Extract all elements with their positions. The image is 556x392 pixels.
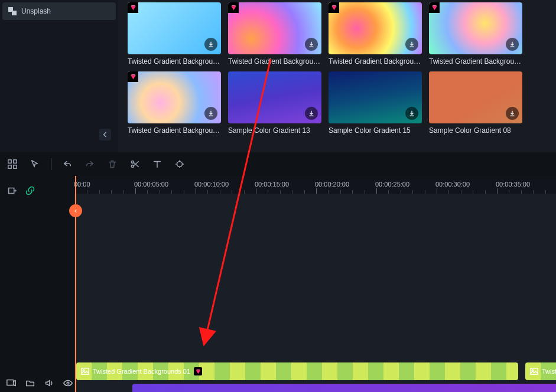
timeline-clip[interactable]: Twisted Gradient Backgrounds 01 xyxy=(76,362,518,380)
svg-point-13 xyxy=(67,382,69,384)
media-label: Twisted Gradient Backgroun... xyxy=(128,57,221,66)
download-button[interactable] xyxy=(405,107,418,120)
playhead[interactable]: ‹ xyxy=(75,176,76,392)
svg-rect-3 xyxy=(14,165,17,168)
visibility-button[interactable] xyxy=(63,377,73,390)
text-icon xyxy=(152,159,162,169)
media-label: Twisted Gradient Backgroun... xyxy=(128,126,221,135)
media-card[interactable]: Twisted Gradient Backgroun... xyxy=(128,71,221,135)
link-toggle-button[interactable] xyxy=(24,184,37,197)
crop-button[interactable] xyxy=(173,158,186,171)
download-button[interactable] xyxy=(305,38,318,51)
cursor-icon xyxy=(30,159,40,169)
ruler-major-label: 00:00:05:00 xyxy=(134,181,168,188)
eye-icon xyxy=(63,378,73,388)
mute-button[interactable] xyxy=(44,377,54,390)
ruler-major-label: 00:00:20:00 xyxy=(315,181,349,188)
ruler-major-label: 00:00:25:00 xyxy=(375,181,409,188)
download-button[interactable] xyxy=(305,107,318,120)
media-card[interactable]: Sample Color Gradient 15 xyxy=(329,71,422,135)
ruler-major-label: 00:00:10:00 xyxy=(194,181,229,188)
redo-button[interactable] xyxy=(83,158,96,171)
unsplash-icon xyxy=(8,7,17,15)
add-track-button[interactable] xyxy=(6,184,19,197)
pointer-button[interactable] xyxy=(28,158,41,171)
library-sidebar: Unsplash xyxy=(0,0,118,152)
media-card[interactable]: Sample Color Gradient 13 xyxy=(228,71,321,135)
collapse-sidebar-button[interactable] xyxy=(99,129,111,141)
ruler-major-label: 00:00 xyxy=(74,181,90,188)
split-button[interactable] xyxy=(128,158,141,171)
media-thumbnail[interactable] xyxy=(329,2,422,54)
premium-icon xyxy=(329,2,339,13)
media-label: Sample Color Gradient 15 xyxy=(329,126,422,135)
media-card[interactable]: Twisted Gradient Backgroun... xyxy=(329,2,422,66)
layout-button[interactable] xyxy=(6,158,19,171)
download-button[interactable] xyxy=(204,107,217,120)
premium-icon xyxy=(228,2,239,13)
ruler-tick xyxy=(196,188,196,194)
ruler-tick xyxy=(376,188,377,194)
ruler-tick xyxy=(316,188,317,194)
folder-icon xyxy=(25,378,35,388)
premium-icon xyxy=(194,367,202,375)
sidebar-item-unsplash[interactable]: Unsplash xyxy=(2,2,116,20)
timeline-clip[interactable]: Twist xyxy=(525,362,556,380)
premium-icon xyxy=(128,2,138,13)
folder-button[interactable] xyxy=(25,377,35,390)
media-label: Twisted Gradient Backgroun... xyxy=(429,57,522,66)
svg-rect-2 xyxy=(8,165,11,168)
media-panel: Twisted Gradient Backgroun...Twisted Gra… xyxy=(118,0,556,152)
ruler-tick xyxy=(256,188,256,194)
time-ruler[interactable]: 00:0000:00:05:0000:00:10:0000:00:15:0000… xyxy=(74,176,556,194)
chevron-left-icon xyxy=(103,132,108,138)
svg-rect-8 xyxy=(82,368,89,374)
media-label: Twisted Gradient Backgroun... xyxy=(228,57,321,66)
image-icon xyxy=(530,368,538,375)
media-thumbnail[interactable] xyxy=(128,2,221,54)
trash-icon xyxy=(107,159,118,169)
media-label: Sample Color Gradient 08 xyxy=(429,126,522,135)
download-button[interactable] xyxy=(405,38,418,51)
undo-button[interactable] xyxy=(61,158,74,171)
premium-icon xyxy=(429,2,440,13)
media-thumbnail[interactable] xyxy=(329,71,422,123)
media-label: Twisted Gradient Backgroun... xyxy=(329,57,422,66)
media-card[interactable]: Twisted Gradient Backgroun... xyxy=(128,2,221,66)
delete-button[interactable] xyxy=(106,158,119,171)
svg-point-6 xyxy=(177,162,183,167)
timeline[interactable]: 00:0000:00:05:0000:00:10:0000:00:15:0000… xyxy=(0,176,556,392)
undo-icon xyxy=(62,159,73,169)
media-card[interactable]: Twisted Gradient Backgroun... xyxy=(429,2,522,66)
playhead-handle[interactable]: ‹ xyxy=(69,204,82,217)
ruler-tick xyxy=(437,188,437,194)
media-thumbnail[interactable] xyxy=(128,71,221,123)
clip-label: Twisted Gradient Backgrounds 01 xyxy=(93,368,190,375)
text-button[interactable] xyxy=(151,158,164,171)
download-button[interactable] xyxy=(506,38,519,51)
clip-label: Twist xyxy=(542,368,556,375)
svg-rect-0 xyxy=(8,160,11,163)
media-thumbnail[interactable] xyxy=(429,2,522,54)
timeline-gutter xyxy=(0,176,74,392)
svg-rect-7 xyxy=(9,188,14,194)
svg-rect-12 xyxy=(7,380,14,386)
download-button[interactable] xyxy=(204,38,217,51)
download-button[interactable] xyxy=(506,107,519,120)
track-tools xyxy=(0,374,74,392)
timeline-toolbar xyxy=(0,152,556,176)
media-thumbnail[interactable] xyxy=(228,71,321,123)
media-thumbnail[interactable] xyxy=(228,2,321,54)
media-thumbnail[interactable] xyxy=(429,71,522,123)
media-card[interactable]: Sample Color Gradient 08 xyxy=(429,71,522,135)
media-icon xyxy=(6,378,17,388)
media-type-button[interactable] xyxy=(6,377,17,390)
redo-icon xyxy=(84,159,95,169)
image-icon xyxy=(81,368,89,375)
svg-rect-1 xyxy=(14,160,17,163)
separator xyxy=(51,158,51,170)
media-card[interactable]: Twisted Gradient Backgroun... xyxy=(228,2,321,66)
add-track-icon xyxy=(7,185,18,196)
timeline-clip[interactable] xyxy=(132,384,556,392)
track-area[interactable]: Twisted Gradient Backgrounds 01Twist xyxy=(74,194,556,392)
